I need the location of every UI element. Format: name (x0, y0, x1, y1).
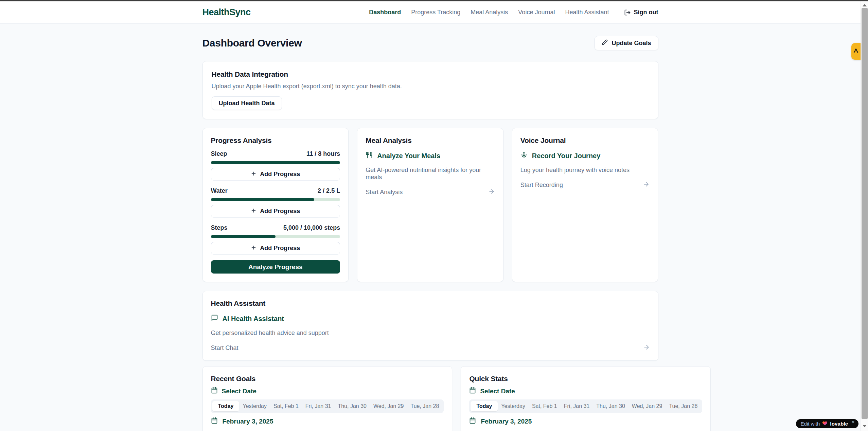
metric-value: 2 / 2.5 L (318, 187, 340, 194)
recent-goals-card: Recent Goals Select Date Today Yesterday… (202, 366, 453, 431)
calendar-icon (211, 417, 218, 426)
date-tab-wed-jan-29[interactable]: Wed, Jan 29 (628, 401, 666, 411)
scrollbar-down-button[interactable] (861, 423, 868, 429)
add-progress-button-steps[interactable]: Add Progress (211, 242, 340, 255)
nav-item-progress-tracking[interactable]: Progress Tracking (411, 9, 460, 16)
nav-item-meal-analysis[interactable]: Meal Analysis (471, 9, 508, 16)
water-progress-bar (211, 198, 340, 201)
date-tab-tue-jan-28[interactable]: Tue, Jan 28 (407, 401, 442, 411)
date-tab-yesterday[interactable]: Yesterday (239, 401, 270, 411)
badge-close-icon[interactable]: × (852, 419, 854, 425)
health-assistant-description: Get personalized health advice and suppo… (211, 330, 650, 337)
record-your-journey-link[interactable]: Record Your Journey (520, 151, 650, 160)
logout-icon (624, 9, 631, 16)
nav-item-voice-journal[interactable]: Voice Journal (518, 9, 555, 16)
calendar-icon (469, 387, 476, 395)
plus-icon (251, 208, 256, 215)
main-nav: Dashboard Progress Tracking Meal Analysi… (369, 9, 658, 16)
voice-journal-title: Voice Journal (520, 136, 650, 145)
metric-value: 11 / 8 hours (306, 150, 340, 157)
utensils-icon (366, 151, 373, 160)
date-tab-tue-jan-28[interactable]: Tue, Jan 28 (666, 401, 701, 411)
recent-goals-date-tabs: Today Yesterday Sat, Feb 1 Fri, Jan 31 T… (211, 399, 444, 413)
calendar-icon (469, 417, 476, 426)
metric-water: Water 2 / 2.5 L Add Progress (211, 187, 340, 218)
health-assistant-title: Health Assistant (211, 299, 650, 307)
progress-analysis-card: Progress Analysis Sleep 11 / 8 hours Add… (202, 128, 349, 282)
browser-top-strip (0, 0, 868, 1)
ai-health-assistant-link[interactable]: AI Health Assistant (211, 314, 650, 323)
date-tab-wed-jan-29[interactable]: Wed, Jan 29 (370, 401, 407, 411)
analyze-progress-button[interactable]: Analyze Progress (211, 260, 340, 274)
metric-steps: Steps 5,000 / 10,000 steps Add Progress (211, 224, 340, 255)
page-title: Dashboard Overview (202, 37, 302, 49)
app-logo[interactable]: HealthSync (202, 7, 251, 18)
integration-title: Health Data Integration (212, 70, 649, 78)
scrollbar-up-button[interactable] (861, 2, 868, 8)
sleep-progress-bar (211, 161, 340, 164)
arrow-right-icon (488, 188, 495, 196)
voice-journal-card: Voice Journal Record Your Journey Log yo… (512, 128, 658, 282)
date-tab-yesterday[interactable]: Yesterday (498, 401, 529, 411)
date-tab-fri-jan-31[interactable]: Fri, Jan 31 (302, 401, 335, 411)
meal-analysis-card: Meal Analysis Analyze Your Meals Get AI-… (357, 128, 503, 282)
nav-item-dashboard[interactable]: Dashboard (369, 9, 401, 16)
date-tab-today[interactable]: Today (212, 401, 240, 411)
calendar-icon (211, 387, 218, 395)
steps-progress-bar (211, 235, 340, 238)
progress-analysis-title: Progress Analysis (211, 136, 340, 145)
upload-health-data-button[interactable]: Upload Health Data (212, 96, 282, 110)
plus-icon (251, 171, 256, 178)
date-tab-fri-jan-31[interactable]: Fri, Jan 31 (561, 401, 593, 411)
heart-icon (822, 420, 828, 427)
nav-item-health-assistant[interactable]: Health Assistant (565, 9, 609, 16)
metric-label: Water (211, 187, 228, 194)
triangle-down-icon (863, 425, 867, 427)
integration-description: Upload your Apple Health export (export.… (212, 83, 649, 90)
add-progress-button-sleep[interactable]: Add Progress (211, 168, 340, 181)
vertical-scrollbar[interactable] (861, 1, 868, 431)
metric-label: Sleep (211, 150, 227, 157)
arrow-right-icon (643, 181, 650, 189)
microphone-icon (520, 151, 528, 160)
edit-with-lovable-badge[interactable]: Edit with lovable × (796, 419, 858, 428)
pencil-icon (602, 39, 608, 47)
quick-stats-selected-date: February 3, 2025 (469, 417, 702, 426)
update-goals-button[interactable]: Update Goals (595, 36, 658, 50)
metric-value: 5,000 / 10,000 steps (283, 224, 340, 231)
chat-bubble-icon (211, 314, 218, 323)
start-recording-link[interactable]: Start Recording (520, 181, 650, 189)
triangle-up-icon (863, 4, 867, 6)
start-analysis-link[interactable]: Start Analysis (366, 188, 495, 196)
date-tab-today[interactable]: Today (471, 401, 498, 411)
voice-journal-description: Log your health journey with voice notes (520, 167, 650, 174)
scrollbar-thumb[interactable] (862, 8, 868, 419)
date-tab-thu-jan-30[interactable]: Thu, Jan 30 (334, 401, 370, 411)
date-tab-sat-feb-1[interactable]: Sat, Feb 1 (529, 401, 561, 411)
plus-icon (251, 245, 256, 252)
metric-label: Steps (211, 224, 228, 231)
meal-analysis-description: Get AI-powered nutritional insights for … (366, 167, 495, 181)
arrow-right-icon (643, 344, 650, 352)
metric-sleep: Sleep 11 / 8 hours Add Progress (211, 150, 340, 181)
recent-goals-title: Recent Goals (211, 375, 444, 383)
health-data-integration-card: Health Data Integration Upload your Appl… (202, 61, 658, 119)
quick-stats-title: Quick Stats (469, 375, 702, 383)
meal-analysis-title: Meal Analysis (366, 136, 495, 145)
quick-stats-select-date[interactable]: Select Date (469, 387, 702, 395)
recent-goals-select-date[interactable]: Select Date (211, 387, 444, 395)
sign-out-button[interactable]: Sign out (624, 9, 658, 16)
app-root: HealthSync Dashboard Progress Tracking M… (0, 1, 861, 431)
add-progress-button-water[interactable]: Add Progress (211, 205, 340, 218)
date-tab-thu-jan-30[interactable]: Thu, Jan 30 (593, 401, 628, 411)
analyze-your-meals-link[interactable]: Analyze Your Meals (366, 151, 495, 160)
start-chat-link[interactable]: Start Chat (211, 344, 650, 352)
browser-extension-side-tab[interactable] (851, 43, 861, 60)
extension-logo-icon (853, 48, 859, 55)
date-tab-sat-feb-1[interactable]: Sat, Feb 1 (270, 401, 302, 411)
recent-goals-selected-date: February 3, 2025 (211, 417, 444, 426)
header: HealthSync Dashboard Progress Tracking M… (0, 1, 861, 24)
quick-stats-date-tabs: Today Yesterday Sat, Feb 1 Fri, Jan 31 T… (469, 399, 702, 413)
health-assistant-card: Health Assistant AI Health Assistant Get… (202, 291, 658, 361)
main-content: Dashboard Overview Update Goals Health D… (0, 24, 861, 431)
